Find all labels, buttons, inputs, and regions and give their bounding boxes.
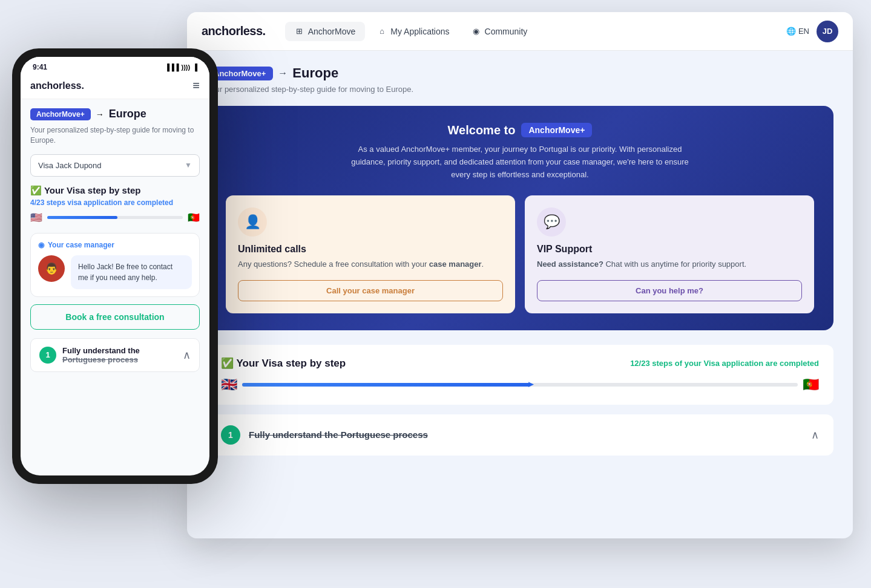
case-manager-body: 👨 Hello Jack! Be free to contact me if y…	[38, 255, 192, 289]
breadcrumb: AnchorMove+ → Europe	[206, 65, 833, 81]
language-selector[interactable]: 🌐 EN	[786, 27, 809, 36]
phone-status-bar: 9:41 ▐▐▐ )))) ▐	[21, 57, 209, 74]
phone-flag-us: 🇺🇸	[30, 212, 42, 223]
book-consultation-button[interactable]: Book a free consultation	[30, 304, 200, 330]
person-circle-icon: ◉	[38, 241, 44, 249]
phone-progress-fill	[47, 216, 117, 219]
nav-tab-anchormove[interactable]: ⊞ AnchorMove	[285, 22, 366, 41]
nav-tab-community[interactable]: ◉ Community	[462, 22, 537, 41]
phone-process-step: 1 Fully understand the Portuguese proces…	[30, 338, 200, 372]
user-avatar[interactable]: JD	[817, 21, 838, 42]
page-subtitle: Your personalized step-by-step guide for…	[206, 85, 833, 94]
manager-avatar: 👨	[38, 255, 65, 282]
signal-icon: ▐▐▐	[165, 64, 179, 71]
vip-desc: Need assistance? Chat with us anytime fo…	[537, 258, 802, 270]
phone-case-manager-card: ◉ Your case manager 👨 Hello Jack! Be fre…	[30, 233, 200, 297]
phone-arrow-icon: →	[96, 109, 104, 119]
phone-step-text: Fully understand the Portuguese process	[62, 346, 140, 364]
support-cards: 👤 Unlimited calls Any questions? Schedul…	[226, 195, 814, 313]
phone-step-toggle-icon[interactable]: ∧	[183, 348, 191, 362]
vip-icon: 💬	[537, 207, 566, 237]
calls-title: Unlimited calls	[238, 244, 503, 255]
battery-icon: ▐	[192, 64, 197, 71]
visa-section: ✅ Your Visa step by step 12/23 steps of …	[206, 345, 833, 405]
progress-fill: ➤	[242, 383, 531, 387]
status-time: 9:41	[33, 63, 47, 71]
phone-nav: anchorless. ≡	[21, 74, 209, 99]
browser-content: AnchorMove+ → Europe Your personalized s…	[187, 51, 853, 538]
step-label: Fully understand the Portuguese process	[249, 430, 803, 440]
browser-navbar: anchorless. ⊞ AnchorMove ⌂ My Applicatio…	[187, 12, 853, 51]
globe-icon: 🌐	[786, 27, 796, 36]
flag-uk: 🇬🇧	[221, 377, 237, 393]
visa-title: ✅ Your Visa step by step	[221, 357, 346, 370]
welcome-card: Welcome to AnchorMove+ As a valued Ancho…	[206, 106, 833, 330]
progress-track: 🇬🇧 ➤ 🇵🇹	[221, 377, 819, 393]
dropdown-arrow-icon: ▼	[185, 161, 192, 169]
phone-visa-title: ✅ Your Visa step by step	[30, 185, 200, 196]
phone-breadcrumb-badge: AnchorMove+	[30, 108, 91, 120]
phone-screen: 9:41 ▐▐▐ )))) ▐ anchorless. ≡ AnchorMove…	[21, 57, 209, 475]
desktop-logo: anchorless.	[202, 24, 266, 38]
phone-location: Europe	[109, 108, 146, 120]
step-toggle-icon[interactable]: ∧	[811, 428, 819, 442]
status-icons: ▐▐▐ )))) ▐	[165, 64, 197, 71]
vip-title: VIP Support	[537, 244, 802, 255]
phone-visa-progress-text: 4/23 steps visa application are complete…	[30, 198, 200, 207]
desktop-browser: anchorless. ⊞ AnchorMove ⌂ My Applicatio…	[187, 12, 853, 538]
free-consultation-link: free consultation	[335, 260, 393, 269]
community-icon: ◉	[472, 27, 481, 36]
dropdown-label: Visa Jack Dupond	[38, 161, 102, 170]
phone-progress-track: 🇺🇸 🇵🇹	[30, 212, 200, 223]
welcome-title: Welcome to AnchorMove+	[226, 123, 814, 137]
progress-bar: ➤	[242, 383, 798, 387]
vip-card: 💬 VIP Support Need assistance? Chat with…	[525, 195, 814, 313]
anchormove-icon: ⊞	[295, 27, 304, 36]
wifi-icon: ))))	[182, 64, 191, 71]
breadcrumb-location: Europe	[292, 65, 338, 81]
applications-icon: ⌂	[377, 27, 387, 36]
process-step: 1 Fully understand the Portuguese proces…	[206, 414, 833, 456]
flag-portugal: 🇵🇹	[803, 377, 819, 393]
calls-card: 👤 Unlimited calls Any questions? Schedul…	[226, 195, 515, 313]
case-manager-emphasis: case manager	[429, 260, 482, 269]
breadcrumb-arrow-icon: →	[278, 68, 288, 79]
phone-flag-portugal: 🇵🇹	[188, 212, 200, 223]
phone-breadcrumb: AnchorMove+ → Europe	[30, 108, 200, 120]
phone-visa-dropdown[interactable]: Visa Jack Dupond ▼	[30, 154, 200, 177]
phone-frame: 9:41 ▐▐▐ )))) ▐ anchorless. ≡ AnchorMove…	[12, 48, 218, 484]
step-number: 1	[221, 425, 240, 445]
visa-steps-count: 12/23 steps of your Visa application are…	[630, 359, 819, 368]
calls-desc: Any questions? Schedule a free consultat…	[238, 258, 503, 270]
hamburger-menu-icon[interactable]: ≡	[192, 79, 200, 93]
mobile-phone: 9:41 ▐▐▐ )))) ▐ anchorless. ≡ AnchorMove…	[12, 48, 218, 484]
phone-logo: anchorless.	[30, 80, 84, 91]
welcome-badge: AnchorMove+	[521, 123, 592, 137]
phone-content: AnchorMove+ → Europe Your personalized s…	[21, 99, 209, 457]
phone-subtitle: Your personalized step-by-step guide for…	[30, 125, 200, 146]
need-assistance-emphasis: Need assistance?	[537, 260, 603, 269]
phone-step-number: 1	[39, 347, 56, 364]
visa-header: ✅ Your Visa step by step 12/23 steps of …	[221, 357, 819, 370]
calls-icon: 👤	[238, 207, 267, 237]
progress-arrow-icon: ➤	[527, 379, 534, 389]
can-you-help-button[interactable]: Can you help me?	[537, 280, 802, 301]
phone-progress-bar	[47, 216, 183, 219]
nav-tab-applications[interactable]: ⌂ My Applications	[367, 22, 459, 41]
call-case-manager-button[interactable]: Call your case manager	[238, 280, 503, 301]
nav-tabs-container: ⊞ AnchorMove ⌂ My Applications ◉ Communi…	[285, 22, 786, 41]
case-manager-label: ◉ Your case manager	[38, 241, 192, 249]
welcome-description: As a valued AnchorMove+ member, your jou…	[344, 143, 695, 181]
manager-message: Hello Jack! Be free to contact me if you…	[71, 255, 192, 289]
nav-right: 🌐 EN JD	[786, 21, 838, 42]
phone-step-left: 1 Fully understand the Portuguese proces…	[39, 346, 140, 364]
